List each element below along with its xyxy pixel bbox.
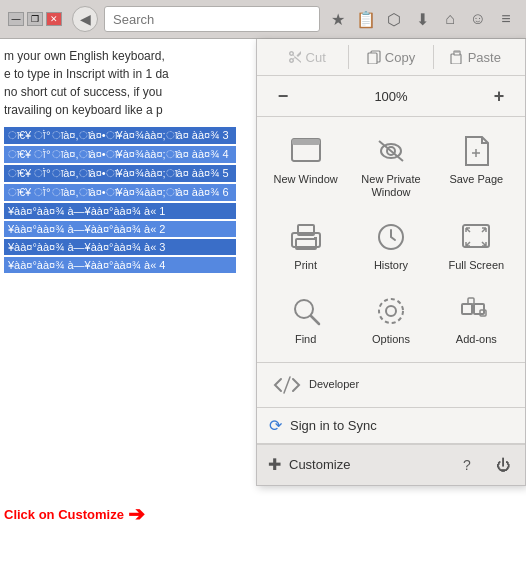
cut-button[interactable]: Cut xyxy=(265,46,348,69)
svg-point-17 xyxy=(379,299,403,323)
full-screen-item[interactable]: Full Screen xyxy=(436,211,517,280)
customize-button[interactable]: ✚ Customize xyxy=(265,456,445,474)
new-window-item[interactable]: New Window xyxy=(265,125,346,207)
full-screen-label: Full Screen xyxy=(449,259,505,272)
developer-item[interactable]: Developer xyxy=(265,367,517,403)
developer-icon xyxy=(273,371,301,399)
paste-button[interactable]: Paste xyxy=(434,46,517,69)
developer-row: Developer xyxy=(257,363,525,408)
download-icon[interactable]: ⬇ xyxy=(410,7,434,31)
new-window-icon xyxy=(288,133,324,169)
page-text: m your own English keyboard,e to type in… xyxy=(4,47,236,119)
cut-label: Cut xyxy=(306,50,326,65)
options-item[interactable]: Options xyxy=(350,285,431,354)
maximize-button[interactable]: ❐ xyxy=(27,12,43,26)
list-item[interactable]: ा€¥ ां°ाà¤,ाà¤•ा¥à¤¾àà¤;ाà¤­ àà¤¾ 6 xyxy=(4,184,236,201)
history-label: History xyxy=(374,259,408,272)
power-button[interactable]: ⏻ xyxy=(489,451,517,479)
page-content: m your own English keyboard,e to type in… xyxy=(0,39,526,544)
list-item[interactable]: ¥àà¤°àà¤¾ à—¥àà¤°àà¤¾ à« 1 xyxy=(4,203,236,219)
svg-line-15 xyxy=(311,316,319,324)
bookmark-icon[interactable]: ★ xyxy=(326,7,350,31)
edit-row: Cut Copy Paste xyxy=(257,39,525,76)
svg-point-16 xyxy=(386,306,396,316)
print-label: Print xyxy=(294,259,317,272)
icon-grid: New Window New Private Window xyxy=(257,117,525,363)
options-icon xyxy=(373,293,409,329)
zoom-in-button[interactable]: + xyxy=(485,82,513,110)
bottom-right-icons: ? ⏻ xyxy=(453,451,517,479)
home-icon[interactable]: ⌂ xyxy=(438,7,462,31)
find-label: Find xyxy=(295,333,316,346)
scissors-icon xyxy=(288,50,302,64)
customize-label: Customize xyxy=(289,457,350,472)
customize-plus-icon: ✚ xyxy=(265,456,283,474)
click-instruction-text: Click on Customize xyxy=(4,507,124,522)
copy-button[interactable]: Copy xyxy=(349,46,432,69)
options-label: Options xyxy=(372,333,410,346)
paste-icon xyxy=(450,50,464,64)
click-instruction: Click on Customize ➔ xyxy=(4,502,145,526)
arrow-icon: ➔ xyxy=(128,502,145,526)
svg-rect-11 xyxy=(314,237,317,240)
bottom-bar: ✚ Customize ? ⏻ xyxy=(257,444,525,485)
sync-icon: ⟳ xyxy=(269,416,282,435)
save-page-icon xyxy=(458,133,494,169)
find-item[interactable]: Find xyxy=(265,285,346,354)
copy-icon xyxy=(367,50,381,64)
list-item[interactable]: ¥àà¤°àà¤¾ à—¥àà¤°àà¤¾ à« 3 xyxy=(4,239,236,255)
add-ons-icon xyxy=(458,293,494,329)
help-button[interactable]: ? xyxy=(453,451,481,479)
left-content: m your own English keyboard,e to type in… xyxy=(0,39,240,544)
zoom-row: − 100% + xyxy=(257,76,525,117)
toolbar-icons: ★ 📋 ⬡ ⬇ ⌂ ☺ ≡ xyxy=(326,7,518,31)
full-screen-icon xyxy=(458,219,494,255)
list-item[interactable]: ा€¥ ां°ाà¤,ाà¤•ा¥à¤¾àà¤;ाà¤­ àà¤¾ 4 xyxy=(4,146,236,163)
paste-label: Paste xyxy=(468,50,501,65)
signin-label: Sign in to Sync xyxy=(290,418,377,433)
print-icon xyxy=(288,219,324,255)
zoom-out-button[interactable]: − xyxy=(269,82,297,110)
developer-label: Developer xyxy=(309,378,359,391)
copy-label: Copy xyxy=(385,50,415,65)
address-bar[interactable] xyxy=(104,6,320,32)
history-item[interactable]: History xyxy=(350,211,431,280)
print-item[interactable]: Print xyxy=(265,211,346,280)
save-page-item[interactable]: Save Page xyxy=(436,125,517,207)
new-private-window-icon xyxy=(373,133,409,169)
close-button[interactable]: ✕ xyxy=(46,12,62,26)
minimize-button[interactable]: — xyxy=(8,12,24,26)
dropdown-menu: Cut Copy Paste − xyxy=(256,39,526,486)
list-item[interactable]: ¥àà¤°àà¤¾ à—¥àà¤°àà¤¾ à« 2 xyxy=(4,221,236,237)
save-page-label: Save Page xyxy=(449,173,503,186)
new-window-label: New Window xyxy=(274,173,338,186)
zoom-value: 100% xyxy=(305,89,477,104)
feedback-icon[interactable]: ☺ xyxy=(466,7,490,31)
svg-rect-5 xyxy=(292,139,320,145)
svg-rect-1 xyxy=(368,53,377,64)
window-controls: — ❐ ✕ xyxy=(8,12,62,26)
menu-icon[interactable]: ≡ xyxy=(494,7,518,31)
browser-toolbar: — ❐ ✕ ◀ ★ 📋 ⬡ ⬇ ⌂ ☺ ≡ xyxy=(0,0,526,39)
link-list: ा€¥ ां°ाà¤,ाà¤•ा¥à¤¾àà¤;ाà¤­ àà¤¾ 3 ा€¥ … xyxy=(4,127,236,273)
pocket-icon[interactable]: ⬡ xyxy=(382,7,406,31)
new-private-window-item[interactable]: New Private Window xyxy=(350,125,431,207)
list-item[interactable]: ा€¥ ां°ाà¤,ाà¤•ा¥à¤¾àà¤;ाà¤­ àà¤¾ 3 xyxy=(4,127,236,144)
add-ons-item[interactable]: Add-ons xyxy=(436,285,517,354)
search-input[interactable] xyxy=(113,12,311,27)
back-button[interactable]: ◀ xyxy=(72,6,98,32)
reading-list-icon[interactable]: 📋 xyxy=(354,7,378,31)
new-private-window-label: New Private Window xyxy=(354,173,427,199)
add-ons-label: Add-ons xyxy=(456,333,497,346)
signin-row[interactable]: ⟳ Sign in to Sync xyxy=(257,408,525,444)
svg-rect-19 xyxy=(474,304,484,314)
history-icon xyxy=(373,219,409,255)
list-item[interactable]: ा€¥ ां°ाà¤,ाà¤•ा¥à¤¾àà¤;ाà¤­ àà¤¾ 5 xyxy=(4,165,236,182)
svg-rect-18 xyxy=(462,304,472,314)
find-icon xyxy=(288,293,324,329)
list-item[interactable]: ¥àà¤°àà¤¾ à—¥àà¤°àà¤¾ à« 4 xyxy=(4,257,236,273)
